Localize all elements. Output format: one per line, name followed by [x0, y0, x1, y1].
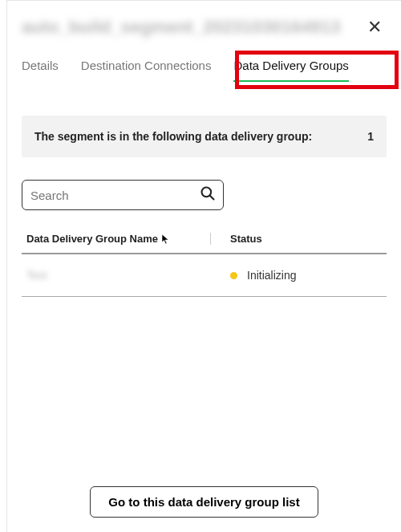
- go-to-list-button[interactable]: Go to this data delivery group list: [90, 486, 318, 518]
- search-input[interactable]: [22, 180, 224, 210]
- column-header-status[interactable]: Status: [211, 233, 382, 245]
- detail-panel: auto_build_segment_20231030164913 ✕ Deta…: [6, 0, 401, 532]
- close-icon[interactable]: ✕: [363, 15, 387, 39]
- table-header: Data Delivery Group Name Status: [22, 233, 387, 254]
- page-title: auto_build_segment_20231030164913: [22, 17, 340, 38]
- tab-destination-connections[interactable]: Destination Connections: [81, 59, 212, 82]
- cursor-icon: [161, 234, 170, 245]
- tab-details[interactable]: Details: [22, 59, 59, 82]
- panel-footer: Go to this data delivery group list: [7, 472, 401, 532]
- column-header-name[interactable]: Data Delivery Group Name: [26, 233, 211, 245]
- row-status: Initializing: [211, 269, 382, 282]
- column-header-name-label: Data Delivery Group Name: [26, 233, 158, 245]
- panel-header: auto_build_segment_20231030164913 ✕: [7, 1, 401, 47]
- search-container: [22, 180, 224, 210]
- row-name: Test: [26, 269, 211, 282]
- table-row[interactable]: Test Initializing: [22, 254, 387, 297]
- tab-bar: Details Destination Connections Data Del…: [7, 47, 401, 82]
- row-status-label: Initializing: [247, 269, 296, 282]
- info-bar: The segment is in the following data del…: [22, 116, 387, 157]
- status-dot-icon: [230, 272, 237, 279]
- info-count: 1: [367, 130, 374, 143]
- info-message: The segment is in the following data del…: [34, 130, 312, 143]
- tab-content: The segment is in the following data del…: [7, 82, 401, 472]
- tab-data-delivery-groups[interactable]: Data Delivery Groups: [233, 59, 348, 82]
